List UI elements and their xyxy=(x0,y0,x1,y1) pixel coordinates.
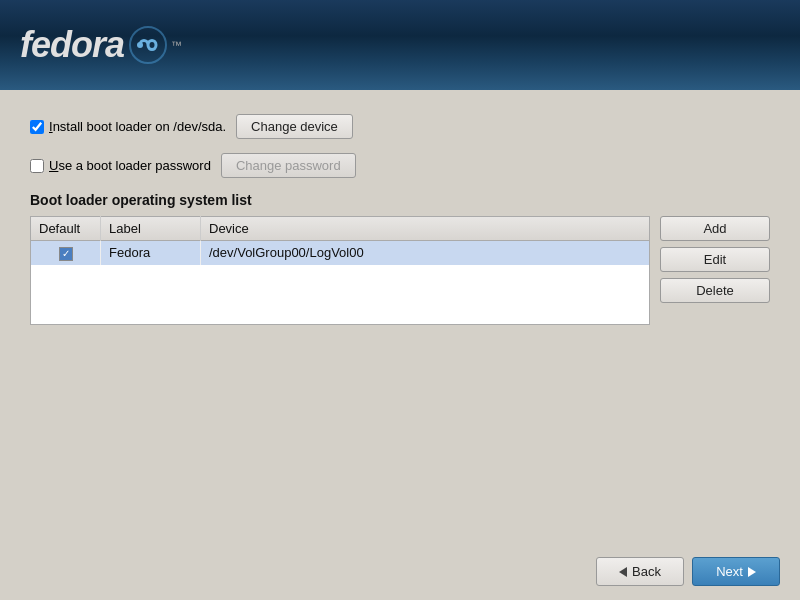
next-arrow-icon xyxy=(748,567,756,577)
next-label: Next xyxy=(716,564,743,579)
install-bootloader-text: Install boot loader on /dev/sda. xyxy=(49,119,226,134)
empty-row xyxy=(31,265,650,325)
col-default: Default xyxy=(31,217,101,241)
edit-button[interactable]: Edit xyxy=(660,247,770,272)
table-header-row: Default Label Device xyxy=(31,217,650,241)
svg-point-1 xyxy=(137,42,143,48)
install-bootloader-label[interactable]: Install boot loader on /dev/sda. xyxy=(30,119,226,134)
table-body: ✓ Fedora /dev/VolGroup00/LogVol00 xyxy=(31,241,650,325)
back-label: Back xyxy=(632,564,661,579)
logo-text: fedora xyxy=(20,24,124,66)
os-list-section: Boot loader operating system list Defaul… xyxy=(30,192,770,325)
bottom-navigation: Back Next xyxy=(596,557,780,586)
fedora-logo: fedora ™ xyxy=(20,23,182,67)
trademark: ™ xyxy=(171,39,182,51)
cell-device: /dev/VolGroup00/LogVol00 xyxy=(201,241,650,265)
fedora-infinity-icon xyxy=(126,23,170,67)
cell-default: ✓ xyxy=(31,241,101,265)
default-checkbox-checked: ✓ xyxy=(59,247,73,261)
use-password-row: Use a boot loader password Change passwo… xyxy=(30,153,770,178)
use-password-checkbox[interactable] xyxy=(30,159,44,173)
delete-button[interactable]: Delete xyxy=(660,278,770,303)
table-action-buttons: Add Edit Delete xyxy=(660,216,770,303)
col-label: Label xyxy=(101,217,201,241)
table-row[interactable]: ✓ Fedora /dev/VolGroup00/LogVol00 xyxy=(31,241,650,265)
change-device-button[interactable]: Change device xyxy=(236,114,353,139)
change-password-button[interactable]: Change password xyxy=(221,153,356,178)
col-device: Device xyxy=(201,217,650,241)
os-list-title: Boot loader operating system list xyxy=(30,192,770,208)
os-list-container: Default Label Device ✓ Fedora /dev/VolGr… xyxy=(30,216,770,325)
back-button[interactable]: Back xyxy=(596,557,684,586)
install-bootloader-row: Install boot loader on /dev/sda. Change … xyxy=(30,114,770,139)
install-bootloader-checkbox[interactable] xyxy=(30,120,44,134)
os-list-table: Default Label Device ✓ Fedora /dev/VolGr… xyxy=(30,216,650,325)
content-area: Install boot loader on /dev/sda. Change … xyxy=(0,90,800,600)
cell-label: Fedora xyxy=(101,241,201,265)
next-button[interactable]: Next xyxy=(692,557,780,586)
header: fedora ™ xyxy=(0,0,800,90)
back-arrow-icon xyxy=(619,567,627,577)
use-password-label[interactable]: Use a boot loader password xyxy=(30,158,211,173)
use-password-text: Use a boot loader password xyxy=(49,158,211,173)
add-button[interactable]: Add xyxy=(660,216,770,241)
